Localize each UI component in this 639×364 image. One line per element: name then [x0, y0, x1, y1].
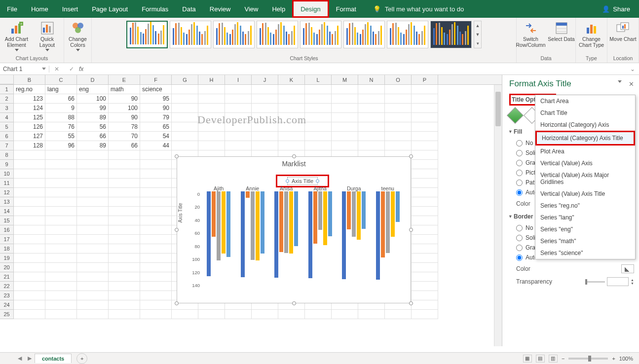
- cell[interactable]: science: [140, 85, 172, 94]
- cell[interactable]: [305, 94, 332, 104]
- cell[interactable]: 90: [109, 94, 140, 104]
- cell[interactable]: [14, 272, 45, 282]
- cell[interactable]: [172, 104, 198, 113]
- transparency-input[interactable]: [607, 277, 629, 286]
- spin-up[interactable]: ▲: [631, 278, 634, 282]
- bar[interactable]: [261, 191, 264, 254]
- cell[interactable]: [109, 207, 140, 216]
- cell[interactable]: [412, 254, 438, 263]
- bar[interactable]: [308, 191, 312, 278]
- cell[interactable]: [140, 188, 172, 197]
- ribbon-tab-data[interactable]: Data: [175, 0, 202, 18]
- cell[interactable]: [252, 132, 278, 141]
- cell[interactable]: [45, 207, 77, 216]
- chart-style-thumb[interactable]: [430, 21, 472, 48]
- cell[interactable]: [14, 169, 45, 179]
- cell[interactable]: [14, 291, 45, 300]
- cell[interactable]: lang: [45, 85, 77, 94]
- tab-scroll-right[interactable]: ▶: [25, 355, 35, 362]
- close-pane-icon[interactable]: ✕: [629, 80, 634, 88]
- row-header[interactable]: 10: [0, 169, 14, 179]
- cell[interactable]: [45, 197, 77, 207]
- cell[interactable]: eng: [77, 85, 109, 94]
- column-header[interactable]: J: [252, 75, 278, 84]
- resize-handle[interactable]: [292, 154, 296, 158]
- cell[interactable]: [198, 85, 225, 94]
- cell[interactable]: [172, 113, 198, 122]
- column-header[interactable]: L: [305, 75, 332, 84]
- bar[interactable]: [207, 191, 211, 276]
- cell[interactable]: [252, 310, 278, 319]
- cell[interactable]: [305, 104, 332, 113]
- cell[interactable]: [412, 235, 438, 244]
- column-header[interactable]: K: [278, 75, 305, 84]
- dropdown-item[interactable]: Horizontal (Category) Axis Title: [535, 131, 635, 146]
- chart-styles-more[interactable]: ▲▼▾: [474, 21, 482, 48]
- cell[interactable]: [225, 122, 252, 132]
- cell[interactable]: [332, 310, 358, 319]
- bar[interactable]: [386, 191, 390, 253]
- transparency-slider[interactable]: [585, 281, 605, 283]
- cell[interactable]: [109, 235, 140, 244]
- cell[interactable]: [225, 141, 252, 150]
- cell[interactable]: [172, 132, 198, 141]
- fill-line-icon[interactable]: [509, 109, 523, 123]
- column-header[interactable]: B: [14, 75, 45, 84]
- cell[interactable]: [252, 141, 278, 150]
- cell[interactable]: [252, 104, 278, 113]
- bar[interactable]: [323, 191, 327, 245]
- cell[interactable]: [412, 225, 438, 235]
- cell[interactable]: [385, 141, 412, 150]
- cell[interactable]: [45, 188, 77, 197]
- cell[interactable]: [77, 300, 109, 310]
- cell[interactable]: [140, 179, 172, 188]
- cell[interactable]: [140, 291, 172, 300]
- cell[interactable]: [172, 122, 198, 132]
- cell[interactable]: [45, 300, 77, 310]
- dropdown-item[interactable]: Horizontal (Category) Axis: [535, 119, 635, 131]
- cell[interactable]: 96: [45, 141, 77, 150]
- cell[interactable]: [109, 300, 140, 310]
- cell[interactable]: [385, 85, 412, 94]
- row-header[interactable]: 4: [0, 113, 14, 122]
- worksheet[interactable]: BCDEFGHIJKLMNOP 1reg.nolangengmathscienc…: [0, 75, 502, 346]
- cell[interactable]: [77, 207, 109, 216]
- dropdown-item[interactable]: Series "eng": [535, 223, 635, 235]
- add-chart-element-button[interactable]: + Add Chart Element: [2, 21, 31, 51]
- cell[interactable]: [14, 300, 45, 310]
- cell[interactable]: [305, 85, 332, 94]
- row-header[interactable]: 13: [0, 197, 14, 207]
- row-header[interactable]: 21: [0, 272, 14, 282]
- bar[interactable]: [318, 191, 322, 230]
- dropdown-item[interactable]: Series "science": [535, 247, 635, 259]
- cell[interactable]: [14, 179, 45, 188]
- cell[interactable]: [358, 132, 385, 141]
- bar[interactable]: [294, 191, 298, 246]
- cell[interactable]: [14, 216, 45, 225]
- cell[interactable]: [278, 141, 305, 150]
- bar[interactable]: [241, 191, 245, 277]
- row-header[interactable]: 16: [0, 225, 14, 235]
- cell[interactable]: [45, 150, 77, 160]
- cell[interactable]: [332, 94, 358, 104]
- row-header[interactable]: 24: [0, 300, 14, 310]
- row-header[interactable]: 8: [0, 150, 14, 160]
- cell[interactable]: [109, 272, 140, 282]
- cancel-icon[interactable]: ✕: [54, 66, 59, 73]
- cell[interactable]: [140, 235, 172, 244]
- cell[interactable]: [45, 272, 77, 282]
- cell[interactable]: [198, 94, 225, 104]
- cell[interactable]: [278, 122, 305, 132]
- cell[interactable]: 123: [14, 94, 45, 104]
- y-axis-title[interactable]: Axis Title: [178, 203, 183, 222]
- cell[interactable]: 95: [140, 94, 172, 104]
- resize-handle[interactable]: [409, 154, 413, 158]
- chart-style-thumb[interactable]: [257, 21, 298, 48]
- zoom-in-button[interactable]: +: [612, 356, 615, 362]
- bar[interactable]: [313, 191, 317, 244]
- row-header[interactable]: 9: [0, 160, 14, 169]
- row-header[interactable]: 25: [0, 310, 14, 319]
- cell[interactable]: [225, 310, 252, 319]
- cell[interactable]: [45, 225, 77, 235]
- cell[interactable]: [172, 141, 198, 150]
